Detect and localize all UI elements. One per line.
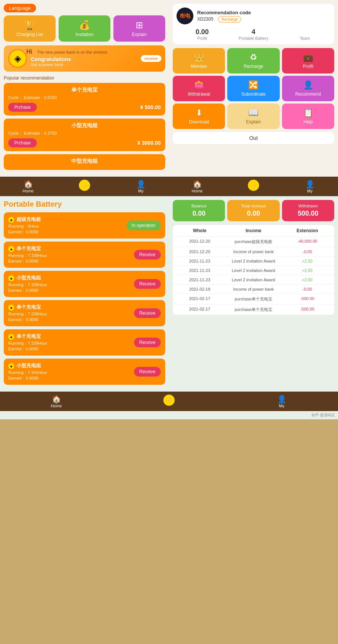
- home-icon-bottom: 🏠: [0, 395, 113, 404]
- battery-name-3: 单个充电宝: [17, 304, 41, 311]
- home-label-bottom: Home: [51, 404, 62, 408]
- home-icon-left: 🏠: [0, 180, 56, 189]
- subordinate-icon: 🔀: [230, 80, 276, 90]
- battery-dot-5: ●: [8, 363, 14, 369]
- battery-action-btn-0[interactable]: In operation: [127, 221, 161, 230]
- congrats-sub: Get a power bank: [31, 62, 161, 67]
- battery-action-btn-4[interactable]: Receive: [134, 338, 161, 347]
- battery-name-0: 超级充电桩: [17, 216, 41, 223]
- battery-action-btn-3[interactable]: Receive: [134, 308, 161, 318]
- product-price-1: ¥ 500.00: [140, 104, 161, 110]
- explain-action-label: Explain: [246, 119, 261, 125]
- rec-code: XD2305: [197, 17, 213, 22]
- withdrawn-card: Withdrawn 500.00: [282, 200, 334, 221]
- tx-income-7: purchase单个充电宝: [226, 305, 280, 315]
- battery-name-row-4: ● 单个充电宝: [8, 333, 134, 341]
- right-bottom-panel: Balance 0.00 Total revenue 0.00 Withdraw…: [169, 196, 338, 392]
- profile-section: 衔电 Recommendation code XD2305 Recharge 0…: [173, 4, 334, 44]
- home-icon-right: 🏠: [169, 180, 225, 189]
- tx-date-7: 2021-02-17: [173, 305, 226, 315]
- nav-lightning-bottom[interactable]: ⚡: [113, 395, 225, 408]
- battery-dot-2: ●: [8, 275, 14, 281]
- battery-action-btn-2[interactable]: Receive: [134, 279, 161, 289]
- purchase-button-2[interactable]: Prchase: [8, 138, 37, 147]
- battery-info-5: ● 小型充电组 Running：7.341Hour Earned：0.0000: [8, 362, 134, 381]
- home-label-right: Home: [192, 189, 202, 193]
- nav-my-bottom[interactable]: 👤 My: [225, 395, 338, 408]
- product-name-3: 中型充电组: [8, 158, 161, 165]
- stat-profit-label: Profit: [177, 36, 228, 41]
- battery-item-5: ● 小型充电组 Running：7.341Hour Earned：0.0000 …: [4, 359, 165, 385]
- charging-list-button[interactable]: 🏆 Charging List: [4, 15, 56, 42]
- tx-income-3: Level 2 invitation Award: [226, 266, 280, 275]
- battery-earned-4: Earned：0.0000: [8, 346, 134, 352]
- language-button[interactable]: Language: [4, 4, 36, 12]
- withdrawal-button[interactable]: 👛 Withdrawal: [173, 76, 225, 101]
- my-label-bottom: My: [279, 404, 285, 408]
- rec-code-section: Recommendation code XD2305 Recharge: [197, 10, 330, 22]
- battery-item-0: ● 超级充电桩 Running：0Hour Earned：0.0000 In o…: [4, 212, 165, 239]
- nav-my-left[interactable]: 👤 My: [113, 180, 169, 193]
- receive-button[interactable]: receive: [141, 55, 161, 62]
- member-button[interactable]: 👑 Member: [173, 48, 225, 74]
- invitation-button[interactable]: 💰 Invitation: [59, 15, 110, 42]
- purchase-button-1[interactable]: Prchase: [8, 103, 37, 112]
- battery-action-btn-5[interactable]: Receive: [134, 367, 161, 377]
- battery-info-3: ● 单个充电宝 Running：7.338Hour Earned：0.0000: [8, 304, 134, 323]
- battery-earned-3: Earned：0.0000: [8, 317, 134, 323]
- tx-ext-1: -0.00: [281, 247, 334, 256]
- portable-battery-title: Portable Battery: [4, 200, 165, 209]
- rec-label: Recommendation code: [197, 10, 330, 15]
- tx-date-1: 2021-12-20: [173, 247, 226, 256]
- transaction-row-4: 2021-11-23 Level 2 invitation Award +2.5…: [173, 275, 334, 285]
- battery-item-3: ● 单个充电宝 Running：7.338Hour Earned：0.0000 …: [4, 300, 165, 326]
- tx-date-3: 2021-11-23: [173, 266, 226, 275]
- nav-lightning-left[interactable]: ⚡: [56, 180, 113, 193]
- left-top-panel: Language 🏆 Charging List 💰 Invitation ⊞ …: [0, 0, 169, 177]
- battery-earned-2: Earned：0.0000: [8, 288, 134, 293]
- nav-lightning-right[interactable]: ⚡: [225, 180, 282, 193]
- recommend-button[interactable]: 👤 Recommend: [282, 76, 334, 101]
- nav-home-left[interactable]: 🏠 Home: [0, 180, 56, 193]
- total-revenue-label: Total revenue: [231, 204, 276, 208]
- battery-list: ● 超级充电桩 Running：0Hour Earned：0.0000 In o…: [4, 212, 165, 385]
- tx-date-0: 2021-12-20: [173, 237, 226, 247]
- out-button[interactable]: Out: [173, 132, 334, 144]
- battery-action-btn-1[interactable]: Receive: [134, 250, 161, 260]
- profit-button[interactable]: 💼 Profit: [282, 48, 334, 74]
- recharge-button[interactable]: ♻ Recharge: [227, 48, 279, 74]
- product-name-2: 小型充电组: [8, 122, 161, 129]
- left-top-nav: 🏠 Home ⚡ 👤 My: [0, 177, 169, 196]
- hi-banner: Hi The new power bank is on the shelves …: [4, 45, 165, 72]
- battery-name-4: 单个充电宝: [17, 333, 41, 340]
- nav-home-right[interactable]: 🏠 Home: [169, 180, 225, 193]
- transaction-row-7: 2021-02-17 purchase单个充电宝 -500.00: [173, 305, 334, 315]
- transaction-table: Whole Income Extension 2021-12-20 purcha…: [173, 225, 334, 315]
- battery-info-0: ● 超级充电桩 Running：0Hour Earned：0.0000: [8, 216, 127, 235]
- transaction-row-5: 2021-02-18 Income of power bank -0.00: [173, 285, 334, 294]
- battery-dot-0: ●: [8, 217, 14, 223]
- recharge-badge[interactable]: Recharge: [218, 16, 241, 23]
- explain-button[interactable]: ⊞ Explain: [113, 15, 165, 42]
- stat-battery-label: Portable Battery: [228, 36, 279, 41]
- battery-dot-1: ●: [8, 246, 14, 252]
- stat-battery-value: 4: [228, 28, 279, 36]
- lightning-icon-right: ⚡: [248, 180, 259, 191]
- stat-team: Team: [279, 28, 330, 41]
- action-grid: 👑 Member ♻ Recharge 💼 Profit 👛 Withdrawa…: [173, 48, 334, 129]
- help-button[interactable]: 📋 Help: [282, 104, 334, 129]
- recharge-label: Recharge: [244, 64, 263, 69]
- nav-home-bottom[interactable]: 🏠 Home: [0, 395, 113, 408]
- stat-profit: 0.00 Profit: [177, 28, 228, 41]
- nav-my-right[interactable]: 👤 My: [282, 180, 338, 193]
- my-label-left: My: [138, 189, 144, 193]
- hi-text: Hi: [26, 48, 32, 55]
- transaction-row-2: 2021-11-23 Level 2 invitation Award +2.5…: [173, 257, 334, 266]
- tx-income-4: Level 2 invitation Award: [226, 275, 280, 284]
- download-button[interactable]: ⬇ Download: [173, 104, 225, 129]
- right-top-nav: 🏠 Home ⚡ 👤 My: [169, 177, 338, 196]
- explain-action-button[interactable]: 📖 Explain: [227, 104, 279, 129]
- subordinate-button[interactable]: 🔀 Subordinate: [227, 76, 279, 101]
- right-top-panel: 衔电 Recommendation code XD2305 Recharge 0…: [169, 0, 338, 177]
- product-card-1: 单个充电宝 Cycle： Estimate：0.6250 Prchase ¥ 5…: [4, 83, 165, 116]
